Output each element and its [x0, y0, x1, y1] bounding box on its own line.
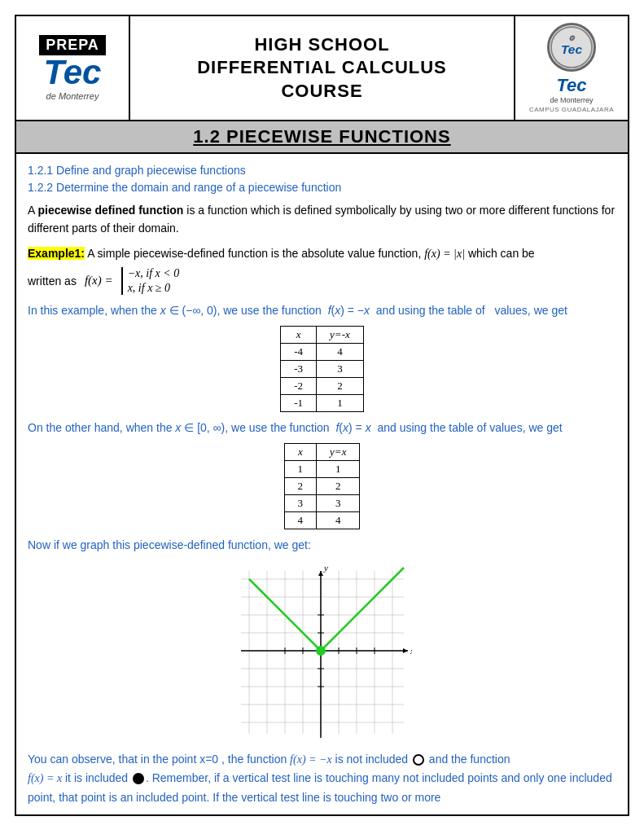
- table1-wrap: x y=-x -4 4 -3 3 -2 2 -1 1: [28, 326, 616, 412]
- bottom-text-included: it is included: [62, 771, 131, 784]
- written-as-line: written as f(x) = −x, if x < 0 x, if x ≥…: [28, 267, 616, 295]
- table1-y3: 2: [317, 377, 364, 394]
- table-row: 1 1: [284, 461, 360, 478]
- table1-x1: -4: [281, 343, 317, 360]
- bottom-text-line1-before: You can observe, that in the point x=0 ,…: [28, 753, 290, 766]
- tec-text-right: Tec: [556, 75, 586, 96]
- table1-y4: 1: [317, 394, 364, 411]
- bottom-text-and: and the function: [426, 753, 510, 766]
- definition-text: A piecewise defined function is a functi…: [28, 201, 616, 238]
- bottom-func1: f(x) = −x: [290, 753, 332, 766]
- svg-marker-24: [318, 571, 323, 576]
- svg-line-37: [321, 568, 404, 651]
- logo-left: PREPA Tec de Monterrey: [16, 16, 130, 120]
- table1: x y=-x -4 4 -3 3 -2 2 -1 1: [280, 326, 364, 412]
- piecewise-graph: x y: [233, 563, 412, 742]
- svg-text:x: x: [410, 646, 412, 656]
- table2-header-y: y=x: [317, 444, 360, 461]
- example1-line: Example1: A simple piecewise-defined fun…: [28, 244, 616, 264]
- objective-2: 1.2.2 Determine the domain and range of …: [28, 179, 616, 196]
- branch2: x, if x ≥ 0: [128, 282, 170, 295]
- bottom-text: You can observe, that in the point x=0 ,…: [28, 750, 616, 806]
- paragraph1: In this example, when the x ∈ (−∞, 0), w…: [28, 301, 616, 319]
- svg-text:Tec: Tec: [561, 42, 582, 56]
- table1-header-x: x: [281, 326, 317, 343]
- svg-text:y: y: [323, 563, 328, 573]
- course-title: HIGH SCHOOL DIFFERENTIAL CALCULUS COURSE: [197, 33, 447, 103]
- table2-wrap: x y=x 1 1 2 2 3 3 4 4: [28, 443, 616, 529]
- tec-circle-icon: ⚙ Tec: [547, 23, 596, 72]
- table1-x4: -1: [281, 394, 317, 411]
- svg-point-39: [317, 647, 325, 655]
- table1-header-y: y=-x: [317, 326, 364, 343]
- def-text-before: A: [28, 204, 37, 217]
- table2-y2: 2: [317, 478, 360, 495]
- tec-logo-left: Tec: [44, 55, 102, 90]
- table-row: -1 1: [281, 394, 364, 411]
- def-term: piecewise defined function: [37, 204, 183, 217]
- example1-label: Example1:: [28, 247, 85, 260]
- monterrey-left: de Monterrey: [46, 91, 99, 101]
- piecewise-brace: −x, if x < 0 x, if x ≥ 0: [121, 267, 180, 295]
- table-row: -3 3: [281, 360, 364, 377]
- section-title: 1.2 PIECEWISE FUNCTIONS: [16, 126, 628, 147]
- bottom-text-not-included: is not included: [332, 753, 411, 766]
- section-title-bar: 1.2 PIECEWISE FUNCTIONS: [15, 121, 629, 154]
- table2-y1: 1: [317, 461, 360, 478]
- table1-x3: -2: [281, 377, 317, 394]
- table1-y2: 3: [317, 360, 364, 377]
- table-row: 3 3: [284, 495, 360, 512]
- table2-y4: 4: [317, 512, 360, 529]
- table2-x4: 4: [284, 512, 317, 529]
- table1-y1: 4: [317, 343, 364, 360]
- example1-math: f(x) = |x|: [424, 248, 465, 260]
- logo-right: ⚙ Tec Tec de Monterrey CAMPUS GUADALAJAR…: [514, 16, 628, 120]
- example1-text1: A simple piecewise-defined function is t…: [85, 247, 424, 260]
- objectives: 1.2.1 Define and graph piecewise functio…: [28, 162, 616, 196]
- table-row: 2 2: [284, 478, 360, 495]
- graph-caption: Now if we graph this piecewise-defined f…: [28, 536, 616, 554]
- campus-label: CAMPUS GUADALAJARA: [529, 106, 614, 113]
- paragraph2: On the other hand, when the x ∈ [0, ∞), …: [28, 419, 616, 437]
- open-circle-icon: [413, 754, 424, 766]
- header: PREPA Tec de Monterrey HIGH SCHOOL DIFFE…: [15, 15, 629, 121]
- written-label: written as: [28, 274, 77, 288]
- example1-text2: which can be: [465, 247, 535, 260]
- header-title: HIGH SCHOOL DIFFERENTIAL CALCULUS COURSE: [130, 16, 514, 120]
- table2-x3: 3: [284, 495, 317, 512]
- graph-container: x y: [28, 563, 616, 742]
- content-area: 1.2.1 Define and graph piecewise functio…: [15, 154, 629, 816]
- table2-x2: 2: [284, 478, 317, 495]
- table2: x y=x 1 1 2 2 3 3 4 4: [284, 443, 361, 529]
- f-equals: f(x) =: [85, 274, 113, 288]
- branch1: −x, if x < 0: [128, 267, 180, 280]
- table2-y3: 3: [317, 495, 360, 512]
- bottom-func2: f(x) = x: [28, 772, 62, 784]
- monterrey-right: de Monterrey: [550, 96, 593, 104]
- table-row: -2 2: [281, 377, 364, 394]
- table2-x1: 1: [284, 461, 317, 478]
- table2-header-x: x: [284, 444, 317, 461]
- table-row: 4 4: [284, 512, 360, 529]
- table-row: -4 4: [281, 343, 364, 360]
- table1-x2: -3: [281, 360, 317, 377]
- objective-1: 1.2.1 Define and graph piecewise functio…: [28, 162, 616, 179]
- page: PREPA Tec de Monterrey HIGH SCHOOL DIFFE…: [0, 15, 644, 834]
- svg-marker-23: [403, 648, 408, 653]
- filled-circle-icon: [133, 773, 144, 784]
